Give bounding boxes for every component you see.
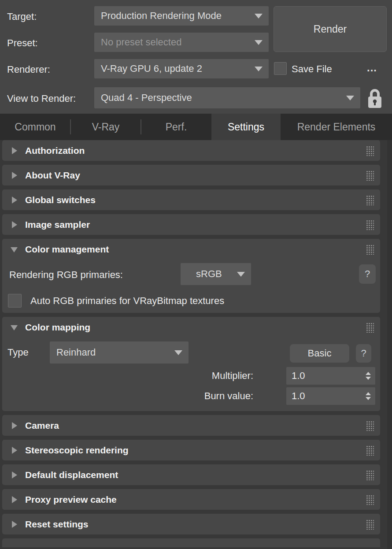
view-to-render-label: View to Render: [7,93,76,104]
basic-advanced-toggle-button[interactable]: Basic [290,344,349,363]
view-to-render-dropdown-value: Quad 4 - Perspective [101,92,192,104]
spinner-up-icon[interactable] [366,372,371,375]
drag-handle-icon[interactable] [366,195,374,205]
rollout-title: Global switches [25,195,96,205]
renderer-dropdown[interactable]: V-Ray GPU 6, update 2 [94,59,269,78]
spinner-down-icon[interactable] [366,397,371,400]
render-setup-tabbar: Common V-Ray Perf. Settings Render Eleme… [0,114,392,140]
renderer-label: Renderer: [7,64,50,75]
drag-handle-icon[interactable] [366,322,374,333]
preset-label: Preset: [7,37,38,49]
lock-view-icon[interactable] [367,88,382,108]
view-to-render-dropdown[interactable]: Quad 4 - Perspective [94,87,360,108]
scrollbar-track[interactable] [387,140,392,549]
drag-handle-icon[interactable] [366,519,374,530]
drag-handle-icon[interactable] [366,494,374,505]
rollout-proxy-preview-cache: Proxy preview cache [2,489,380,510]
drag-handle-icon[interactable] [366,170,374,181]
dropdown-arrow-icon [255,14,263,19]
rollout-stereoscopic-rendering-header[interactable]: Stereoscopic rendering [2,440,380,460]
drag-handle-icon[interactable] [366,244,374,255]
burn-value-value: 1.0 [292,390,305,402]
rollout-color-management-header[interactable]: Color management [2,239,380,260]
target-dropdown-value: Production Rendering Mode [101,10,222,22]
rgb-primaries-dropdown[interactable]: sRGB [181,263,251,285]
spinner-arrows [366,392,371,400]
color-mapping-type-dropdown[interactable]: Reinhard [50,341,189,364]
color-mapping-type-value: Reinhard [56,347,96,358]
rollout-title: Proxy preview cache [25,494,117,505]
multiplier-spinner[interactable]: 1.0 [286,367,375,385]
rollout-title: Reset settings [25,519,89,530]
drag-handle-icon[interactable] [366,219,374,230]
tab-render-elements[interactable]: Render Elements [281,114,392,140]
color-mapping-help-button[interactable]: ? [356,344,371,363]
collapse-arrow-icon [11,325,18,330]
color-management-help-button[interactable]: ? [359,264,376,284]
rollout-authorization: Authorization [2,140,380,161]
rollout-proxy-preview-cache-header[interactable]: Proxy preview cache [2,489,380,510]
rollout-camera-header[interactable]: Camera [2,415,380,436]
render-button[interactable]: Render [274,6,387,52]
rollout-title: Stereoscopic rendering [25,445,129,456]
dropdown-arrow-icon [255,67,263,71]
preset-dropdown[interactable]: No preset selected [94,33,269,52]
multiplier-label: Multiplier: [148,370,253,382]
rollout-global-switches-header[interactable]: Global switches [2,189,380,210]
save-file-checkbox[interactable] [274,62,287,75]
expand-arrow-icon [12,447,17,454]
rollout-camera: Camera [2,415,380,436]
rollout-title: Color mapping [25,322,90,333]
dropdown-arrow-icon [237,272,245,277]
rollout-title: Default displacement [25,470,118,480]
expand-arrow-icon [12,197,17,204]
rollout-title: Camera [25,420,59,431]
expand-arrow-icon [12,422,17,429]
rollout-title: Authorization [25,145,85,156]
burn-value-label: Burn value: [148,390,253,402]
rollout-about-vray-header[interactable]: About V-Ray [2,165,380,185]
drag-handle-icon[interactable] [366,445,374,456]
dropdown-arrow-icon [255,40,263,45]
rollout-authorization-header[interactable]: Authorization [2,140,380,161]
expand-arrow-icon [12,471,17,479]
rollout-stereoscopic-rendering: Stereoscopic rendering [2,440,380,460]
spinner-up-icon[interactable] [366,392,371,395]
expand-arrow-icon [12,496,17,503]
tab-settings[interactable]: Settings [211,114,281,140]
auto-rgb-primaries-checkbox[interactable] [8,294,22,308]
rollout-color-management: Color management Rendering RGB primaries… [2,239,380,313]
rollout-reset-settings-header[interactable]: Reset settings [2,514,380,534]
render-header-panel: Target: Production Rendering Mode Render… [0,0,392,114]
rollout-image-sampler-header[interactable]: Image sampler [2,214,380,235]
rgb-primaries-dropdown-value: sRGB [196,268,222,280]
browse-output-button[interactable]: ... [367,62,377,74]
drag-handle-icon[interactable] [366,145,374,156]
renderer-dropdown-value: V-Ray GPU 6, update 2 [101,63,202,74]
burn-value-spinner[interactable]: 1.0 [286,387,375,405]
dropdown-arrow-icon [174,350,182,355]
tab-perf[interactable]: Perf. [141,114,211,140]
rollout-color-mapping: Color mapping Type Reinhard Basic ? Mult… [2,317,380,411]
rollout-default-displacement-header[interactable]: Default displacement [2,464,380,485]
rollout-color-mapping-header[interactable]: Color mapping [2,317,380,338]
expand-arrow-icon [12,172,17,179]
spinner-down-icon[interactable] [366,377,371,380]
drag-handle-icon[interactable] [366,470,374,480]
rollout-about-vray: About V-Ray [2,165,380,185]
rollout-title: Image sampler [25,219,90,230]
spinner-arrows [366,372,371,380]
auto-rgb-primaries-label: Auto RGB primaries for VRayBitmap textur… [30,295,224,307]
rollout-default-displacement: Default displacement [2,464,380,485]
type-label: Type [7,347,29,358]
tab-common[interactable]: Common [0,114,70,140]
target-dropdown[interactable]: Production Rendering Mode [94,6,269,26]
tab-settings-label: Settings [228,121,264,133]
rollout-title: Color management [25,244,109,255]
rollout-partial [2,538,380,547]
tab-vray[interactable]: V-Ray [70,114,141,140]
drag-handle-icon[interactable] [366,420,374,431]
rollout-image-sampler: Image sampler [2,214,380,235]
target-label: Target: [7,11,37,22]
rollout-global-switches: Global switches [2,189,380,210]
